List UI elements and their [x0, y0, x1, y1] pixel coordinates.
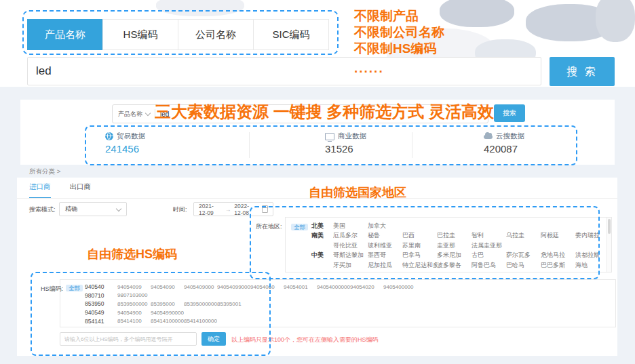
result-tabs: 进口商出口商: [29, 182, 91, 199]
stat-item: 贸易数据241456: [105, 132, 145, 155]
annotation-box-region: [250, 206, 600, 279]
stat-label-text: 商业数据: [338, 132, 366, 141]
arrow-icon: →: [225, 206, 231, 213]
hs-annotation: 自由筛选HS编码: [87, 246, 177, 262]
divider: [412, 132, 412, 158]
promo-line: 不限制公司名称: [354, 24, 444, 41]
map-watermark: [596, 0, 635, 42]
search-mode-select[interactable]: 精确: [59, 202, 127, 216]
search-type-tab[interactable]: HS编码: [102, 19, 178, 50]
stat-item: 商业数据31526: [325, 132, 366, 155]
annotation-box-hs: [31, 272, 271, 356]
top-search-banner: 产品名称HS编码公司名称SIC编码 搜 索 不限制产品不限制公司名称不限制HS编…: [0, 0, 635, 87]
headline-annotation: 三大索数据资源 一键搜 多种筛选方式 灵活高效: [155, 101, 494, 123]
stat-value: 31526: [325, 143, 366, 155]
promo-line: ......: [354, 60, 444, 77]
search-type-tab[interactable]: SIC编码: [253, 19, 329, 50]
map-watermark: [440, 0, 514, 27]
region-annotation: 自由筛选国家地区: [309, 184, 406, 201]
stat-label-text: 贸易数据: [117, 132, 145, 141]
summary-panel: 产品名称 led 搜索 三大索数据资源 一键搜 多种筛选方式 灵活高效 贸易数据…: [20, 100, 615, 165]
search-type-tab[interactable]: 产品名称: [27, 19, 103, 50]
scrollbar-thumb[interactable]: [608, 219, 611, 234]
stat-value: 241456: [105, 143, 145, 155]
breadcrumb[interactable]: 所有分类 >: [29, 167, 60, 176]
chevron-down-icon: [116, 205, 121, 211]
stat-label: 贸易数据: [105, 132, 145, 141]
hs-code-option[interactable]: 94054020: [350, 284, 383, 290]
divider: [249, 132, 250, 158]
search-mode-label: 搜索模式:: [29, 205, 56, 214]
hs-label: HS编码:: [41, 285, 63, 294]
search-mode-value: 精确: [65, 205, 77, 214]
trade-search-page: 产品名称HS编码公司名称SIC编码 搜 索 不限制产品不限制公司名称不限制HS编…: [0, 0, 635, 364]
globe-icon: [105, 132, 113, 140]
stat-label-text: 云搜数据: [496, 132, 524, 141]
region-label: 所在地区:: [256, 222, 282, 231]
mini-search-button[interactable]: 搜索: [494, 104, 525, 122]
stat-label: 云搜数据: [484, 132, 524, 141]
promo-annotations: 不限制产品不限制公司名称不限制HS编码......: [354, 8, 444, 77]
chevron-down-icon: [145, 110, 151, 116]
main-search-button[interactable]: 搜 索: [550, 57, 615, 86]
mini-search-type-select[interactable]: 产品名称: [113, 110, 146, 119]
search-type-tabs: 产品名称HS编码公司名称SIC编码: [28, 19, 329, 50]
hs-code-option[interactable]: 94054001: [284, 284, 317, 290]
stat-value: 420087: [484, 143, 524, 155]
hs-code-option[interactable]: 9405400000: [383, 284, 417, 290]
promo-line: 不限制HS编码: [354, 41, 444, 57]
main-search-input[interactable]: [27, 57, 541, 85]
scrollbar[interactable]: [606, 218, 611, 272]
hs-code-option[interactable]: 94054000000: [317, 284, 350, 290]
cloud-icon: [484, 135, 493, 139]
stat-item: 云搜数据420087: [484, 132, 524, 155]
monitor-icon: [325, 133, 334, 140]
search-type-tab[interactable]: 公司名称: [178, 19, 254, 50]
stat-label: 商业数据: [325, 132, 366, 141]
result-tab[interactable]: 出口商: [70, 182, 92, 199]
time-label: 时间:: [173, 205, 187, 214]
results-filter-panel: 进口商出口商 搜索模式: 精确 时间: 2021-12-09 → 2022-12…: [17, 178, 617, 356]
result-tab[interactable]: 进口商: [29, 182, 51, 199]
promo-line: 不限制产品: [354, 8, 444, 24]
date-start[interactable]: 2021-12-09: [199, 203, 222, 216]
annotation-box-stats: 贸易数据241456商业数据31526云搜数据420087: [85, 125, 577, 165]
